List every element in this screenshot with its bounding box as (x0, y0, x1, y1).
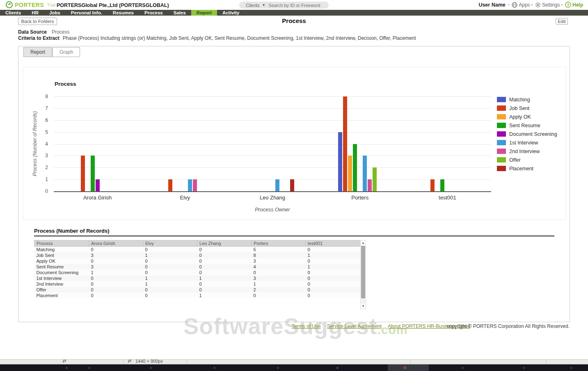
table-cell: 1 (197, 293, 252, 298)
table-cell: 5 (252, 247, 306, 253)
nav-item-resumes[interactable]: Resumes (108, 10, 139, 16)
nav-item-sales[interactable]: Sales (168, 10, 191, 16)
table-cell: Sent Resume (34, 264, 89, 270)
user-name[interactable]: User Name (478, 2, 505, 8)
edit-button[interactable]: Edit (556, 18, 568, 25)
column-header[interactable]: Porters (252, 240, 306, 247)
y-tick-label: 0 (33, 188, 48, 194)
nav-item-clients[interactable]: Clients (0, 10, 26, 16)
scrollbar-thumb[interactable] (361, 246, 365, 298)
devtools-size-bar: ⇄ ⇄ 1440 × 900px (0, 359, 588, 364)
taskbar-icon[interactable] (213, 367, 215, 369)
globe-icon (512, 2, 517, 8)
taskbar-icon[interactable] (150, 367, 152, 369)
process-table: ProcessArora GirishElvyLeo ZhangPorterst… (34, 240, 361, 298)
column-header[interactable]: Arora Girish (89, 240, 143, 247)
bar (188, 179, 192, 191)
settings-caret-icon: ▾ (561, 3, 563, 7)
tab-report[interactable]: Report (23, 47, 52, 57)
taskbar-icon[interactable] (570, 367, 572, 369)
nav-item-personal-info-[interactable]: Personal Info. (66, 10, 108, 16)
legend-item: 1st Interview (497, 138, 557, 147)
taskbar-icon[interactable] (462, 367, 464, 369)
x-category-label: Leo Zhang (229, 195, 316, 201)
scroll-down-icon[interactable]: ▼ (361, 304, 366, 309)
legend-item: Apply OK (497, 112, 557, 121)
legend-swatch (497, 114, 506, 119)
apps-menu[interactable]: Apps ▾ (512, 2, 533, 8)
column-header[interactable]: Process (34, 240, 89, 247)
table-cell: 3 (89, 252, 143, 258)
taskbar-icon[interactable] (277, 367, 279, 369)
bar (91, 156, 95, 191)
nav-item-hr[interactable]: HR (26, 10, 44, 16)
help-menu[interactable]: ? Help (565, 2, 583, 8)
y-tick-label: 3 (33, 153, 48, 158)
table-row: Document Screening10000 (34, 270, 361, 275)
table-cell: Document Screening (34, 270, 89, 275)
criteria-row: Criteria to ExtractPhase (Process) Inclu… (18, 35, 416, 41)
divider (410, 360, 411, 364)
apps-label: Apps (519, 2, 530, 8)
scroll-up-icon[interactable]: ▲ (361, 240, 366, 245)
table-cell: 1 (143, 252, 197, 258)
data-source-value: Process (52, 29, 69, 35)
bar (440, 179, 444, 191)
nav-item-process[interactable]: Process (139, 10, 168, 16)
nav-item-jobs[interactable]: Jobs (44, 10, 66, 16)
legend-item: Document Screening (497, 130, 557, 138)
taskbar-active-app[interactable] (388, 364, 429, 371)
taskbar-icon[interactable] (66, 367, 68, 369)
responsive-icon[interactable]: ⇄ (128, 359, 131, 364)
search-scope-selector[interactable]: Clients (239, 3, 262, 8)
global-search[interactable]: Clients ▼ (239, 2, 329, 9)
data-source-row: Data SourceProcess (18, 29, 69, 35)
user-caret-icon[interactable]: ▾ (508, 3, 510, 7)
legend-label: Apply OK (509, 114, 531, 120)
company-name: PORTERSGlobal Pte.,Ltd (PORTERSGLOBAL) (57, 2, 169, 8)
user-area: User Name ▾ Apps ▾ Settings ▾ (478, 2, 583, 8)
footer-link-terms-of-use[interactable]: Terms of Use (292, 323, 321, 329)
table-cell: 0 (252, 293, 306, 298)
table-cell: 0 (197, 270, 252, 275)
taskbar-icon[interactable] (523, 367, 525, 369)
responsive-icon[interactable]: ⇄ (62, 359, 66, 364)
column-header[interactable]: Leo Zhang (197, 240, 252, 247)
column-header[interactable]: test001 (306, 240, 361, 247)
y-tick-label: 7 (33, 105, 48, 111)
taskbar-icon[interactable] (88, 367, 90, 369)
chevron-down-icon[interactable]: ▼ (262, 3, 265, 7)
legend-item: Offer (497, 156, 557, 164)
table-cell: 3 (252, 275, 306, 281)
table-cell: 1 (89, 270, 143, 275)
copyright-text: copyright © PORTERS Corporation All Righ… (447, 323, 570, 329)
bar (348, 156, 352, 191)
viewport-dimensions: 1440 × 900px (135, 359, 163, 364)
legend-label: Offer (509, 157, 521, 163)
settings-menu[interactable]: Settings ▾ (535, 2, 563, 8)
table-row: Offer00020 (34, 287, 361, 293)
legend-label: 1st Interview (509, 140, 538, 146)
nav-item-activity[interactable]: Activity (217, 10, 245, 16)
footer-link-service-level-agreement[interactable]: Service Level Agreement (327, 323, 382, 329)
porters-logo[interactable]: PORTERS Trial (6, 1, 55, 8)
table-cell: 0 (89, 275, 143, 281)
column-header[interactable]: Elvy (143, 240, 197, 247)
legend-label: 2nd Interview (509, 149, 540, 154)
table-cell: 0 (306, 293, 361, 298)
table-cell: 0 (143, 287, 197, 293)
search-input[interactable] (269, 3, 326, 8)
divider (546, 360, 546, 364)
taskbar-icon[interactable] (336, 367, 339, 369)
legend-item: Sent Resume (497, 121, 557, 130)
legend-label: Matching (509, 97, 530, 103)
taskbar-icon[interactable] (403, 366, 407, 369)
bar-group-porters (316, 96, 404, 191)
nav-item-report[interactable]: Report (191, 10, 217, 16)
table-scrollbar[interactable]: ▲ ▼ (360, 240, 366, 309)
table-row: Placement00100 (34, 293, 361, 298)
table-cell: 2 (252, 287, 306, 293)
table-cell: 0 (306, 275, 361, 281)
tab-graph[interactable]: Graph (53, 47, 80, 57)
bar-group-arora-girish (54, 96, 141, 191)
